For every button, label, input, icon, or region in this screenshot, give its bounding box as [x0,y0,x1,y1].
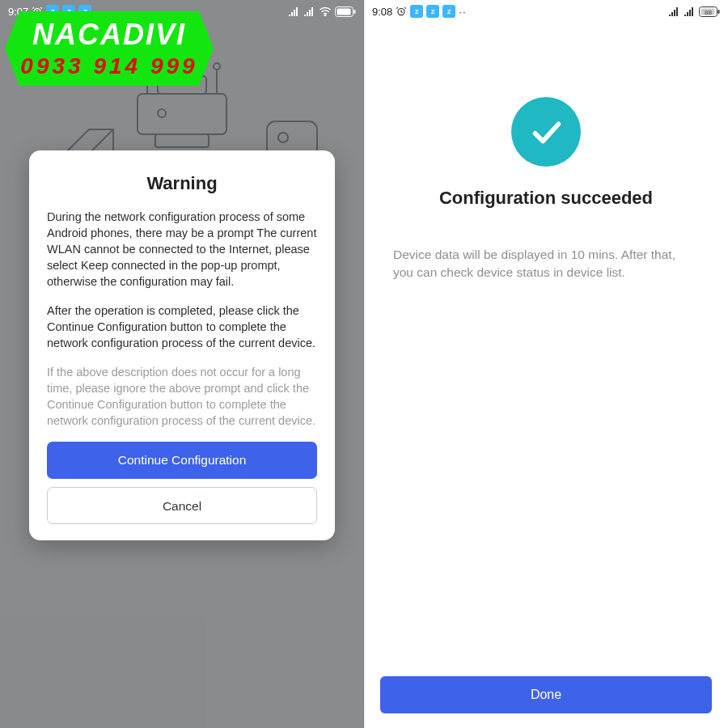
modal-body: During the network configuration process… [47,209,317,429]
signal-icon [288,6,300,16]
svg-rect-13 [337,8,351,15]
success-body: Device data will be displayed in 10 mins… [393,246,699,282]
zalo-icon: Z [426,5,439,18]
wifi-icon [319,6,332,16]
success-content: Configuration succeeded Device data will… [364,23,728,676]
right-screenshot: 9:08 Z Z Z ·· 88 Configuration succeeded… [364,0,728,728]
signal-icon [303,6,315,16]
left-screenshot: 9:07 Z Z Z ·· Warning During the network… [0,0,364,728]
alarm-icon [396,6,407,17]
continue-configuration-button[interactable]: Continue Configuration [47,442,317,479]
watermark-title: NACADIVI [5,18,214,52]
cancel-button[interactable]: Cancel [47,487,317,524]
warning-modal: Warning During the network configuration… [29,150,335,540]
success-title: Configuration succeeded [439,188,653,209]
svg-rect-19 [718,10,720,14]
done-button[interactable]: Done [380,676,712,713]
status-time: 9:08 [372,6,392,18]
svg-point-11 [324,15,326,16]
success-check-icon [511,97,581,167]
svg-text:88: 88 [705,9,712,16]
status-bar-right: 9:08 Z Z Z ·· 88 [364,0,728,23]
modal-paragraph-muted: If the above description does not occur … [47,364,317,429]
signal-icon [684,6,696,16]
modal-paragraph: During the network configuration process… [47,209,317,290]
screenshot-divider [363,0,365,728]
watermark-banner: NACADIVI 0933 914 999 [5,11,214,86]
watermark-phone: 0933 914 999 [5,53,214,79]
signal-icon [668,6,680,16]
modal-paragraph: After the operation is completed, please… [47,303,317,351]
zalo-icon: Z [442,5,455,18]
battery-icon [335,6,356,17]
status-more-icon: ·· [459,6,466,18]
svg-rect-14 [354,10,356,14]
zalo-icon: Z [410,5,423,18]
modal-title: Warning [47,173,317,194]
battery-icon: 88 [699,6,720,17]
